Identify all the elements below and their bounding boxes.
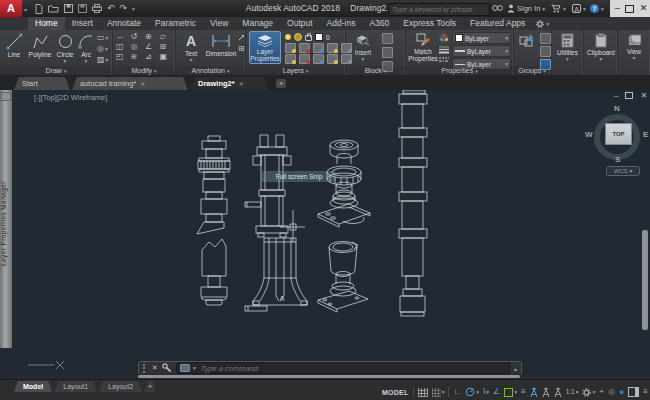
lineweight-list-icon[interactable] — [439, 46, 449, 54]
annotation-scale-sync-toggle[interactable] — [554, 387, 562, 397]
block-panel-label[interactable]: Block ▾ — [346, 66, 405, 75]
view-button[interactable]: View ▾ — [619, 31, 649, 74]
rectangle-tool-icon[interactable]: ▭ — [97, 33, 105, 42]
arc-button[interactable]: Arc ▾ — [76, 31, 96, 64]
hatch-dropdown-icon[interactable]: ▾ — [106, 57, 109, 63]
offset-tool-icon[interactable]: ▣ — [160, 52, 174, 61]
command-input-field[interactable]: ▾ — [176, 362, 510, 374]
hardware-acceleration-indicator[interactable]: ● — [619, 387, 624, 397]
lineweight-dropdown[interactable]: ByLayer ▾ — [452, 45, 511, 57]
move-tool-icon[interactable]: ↔ — [116, 32, 130, 41]
help-search-box[interactable] — [388, 3, 490, 16]
erase-tool-icon[interactable]: ▱ — [160, 32, 174, 41]
copy-tool-icon[interactable]: ◫ — [116, 42, 130, 51]
layer-tool-icon[interactable] — [299, 43, 310, 53]
file-tab-autocad-training[interactable]: autocad training* ✕ — [72, 77, 188, 90]
tab-featured-apps[interactable]: Featured Apps — [463, 17, 532, 30]
clipboard-dropdown-icon[interactable]: ▾ — [600, 56, 603, 62]
mirror-tool-icon[interactable]: ◎ — [131, 42, 145, 51]
layer-tool-icon[interactable] — [285, 54, 296, 64]
isodraft-dropdown-icon[interactable]: ▾ — [486, 387, 489, 397]
application-menu-button[interactable]: A — [0, 0, 22, 17]
draw-panel-label[interactable]: Draw ▾ — [0, 66, 112, 75]
training-tab-close-icon[interactable]: ✕ — [140, 80, 145, 87]
drawing2-tab-close-icon[interactable]: ✕ — [239, 80, 244, 87]
tab-a360[interactable]: A360 — [362, 17, 396, 30]
rect-dropdown-icon[interactable]: ▾ — [106, 35, 109, 41]
tab-insert[interactable]: Insert — [65, 17, 100, 30]
current-layer-name[interactable]: 0 — [326, 34, 330, 41]
layer-tool-icon[interactable] — [299, 54, 310, 64]
layout-tab-model[interactable]: Model — [14, 381, 52, 392]
sign-in-control[interactable]: Sign In ▾ — [507, 4, 545, 13]
view-dropdown-icon[interactable]: ▾ — [633, 55, 636, 61]
scale-tool-icon[interactable]: ≋ — [131, 52, 145, 61]
command-customize-wrench-icon[interactable] — [162, 363, 172, 373]
new-layout-button[interactable]: + — [144, 381, 156, 392]
layer-color-swatch[interactable] — [315, 33, 323, 41]
circle-dropdown-icon[interactable]: ▾ — [64, 58, 67, 64]
modify-panel-label[interactable]: Modify ▾ — [113, 66, 175, 75]
close-button[interactable]: ✕ — [640, 4, 648, 13]
circle-button[interactable]: Circle ▾ — [54, 31, 76, 64]
cart-dropdown-icon[interactable]: ▾ — [563, 6, 566, 12]
dimension-button[interactable]: Dimension — [204, 31, 238, 57]
ellipse-dropdown-icon[interactable]: ▾ — [105, 46, 108, 52]
tab-view[interactable]: View — [203, 17, 235, 30]
tab-annotate[interactable]: Annotate — [100, 17, 148, 30]
viewcube-south-label[interactable]: S — [615, 155, 620, 164]
polyline-button[interactable]: Polyline — [26, 31, 54, 58]
search-input[interactable] — [389, 6, 489, 13]
stretch-tool-icon[interactable]: ◰ — [116, 52, 130, 61]
sign-in-dropdown-icon[interactable]: ▾ — [542, 6, 545, 12]
layer-on-bulb-icon[interactable] — [285, 34, 291, 40]
customization-plus-button[interactable]: + — [599, 387, 604, 397]
file-tab-start[interactable]: Start — [14, 77, 70, 90]
tab-express-tools[interactable]: Express Tools — [396, 17, 463, 30]
match-properties-button[interactable]: Match Properties — [408, 31, 438, 62]
linetype-list-icon[interactable] — [439, 57, 449, 63]
polar-dropdown-icon[interactable]: ▾ — [476, 387, 479, 397]
ellipse-tool-icon[interactable]: ◎ — [97, 44, 104, 53]
isolate-objects-toggle[interactable]: ◎ — [608, 387, 615, 397]
leader-tool-icon[interactable] — [238, 33, 246, 41]
open-folder-icon[interactable] — [48, 4, 59, 13]
viewcube-west-label[interactable]: W — [585, 130, 593, 139]
object-color-dropdown[interactable]: ByLayer ▾ — [452, 32, 511, 44]
restore-button[interactable] — [625, 5, 634, 13]
group-edit-icon[interactable] — [540, 46, 551, 57]
command-bar-grip[interactable] — [143, 364, 148, 373]
trim-tool-icon[interactable]: ⊕ — [145, 32, 159, 41]
search-binoculars-icon[interactable] — [492, 4, 503, 12]
layers-panel-label[interactable]: Layers ▾ — [246, 66, 345, 75]
rotate-tool-icon[interactable]: ↺ — [131, 32, 145, 41]
workspace-dropdown-icon[interactable]: ▾ — [592, 387, 595, 397]
layout-tab-layout1[interactable]: Layout1 — [54, 381, 97, 392]
color-wheel-icon[interactable] — [439, 33, 449, 43]
arc-dropdown-icon[interactable]: ▾ — [85, 58, 88, 64]
groups-panel-label[interactable]: Groups ▾ — [514, 66, 550, 75]
ribbon-options-gear-icon[interactable] — [536, 20, 544, 28]
explode-tool-icon[interactable]: ⊞ — [160, 42, 174, 51]
help-dropdown-icon[interactable]: ▾ — [601, 6, 604, 12]
tab-parametric[interactable]: Parametric — [148, 17, 203, 30]
workspace-switching-gear-icon[interactable] — [582, 388, 591, 397]
annotation-autoscale-toggle[interactable] — [542, 387, 550, 397]
app-store-icon[interactable]: A — [572, 4, 581, 13]
ucs-icon[interactable] — [28, 361, 64, 369]
layer-properties-button[interactable]: Layer Properties — [249, 31, 281, 64]
ungroup-icon[interactable] — [540, 33, 551, 44]
lineweight-toggle[interactable]: ≡ — [521, 387, 526, 397]
polar-tracking-toggle[interactable] — [465, 387, 475, 397]
insert-dropdown-icon[interactable]: ▾ — [362, 56, 365, 62]
layer-tool-icon[interactable] — [327, 54, 338, 64]
tab-home[interactable]: Home — [28, 17, 65, 30]
line-button[interactable]: Line — [2, 31, 26, 58]
snap-dropdown-icon[interactable]: ▾ — [442, 387, 445, 397]
annotation-panel-label[interactable]: Annotation ▾ — [176, 66, 245, 75]
object-snap-toggle[interactable] — [504, 388, 513, 397]
create-block-icon[interactable] — [382, 47, 393, 58]
grid-display-toggle[interactable] — [418, 388, 428, 397]
model-space-canvas[interactable]: [-][Top][2D Wireframe] – ✕ — [12, 90, 650, 374]
qat-customize-dropdown-icon[interactable]: ▾ — [132, 6, 135, 12]
